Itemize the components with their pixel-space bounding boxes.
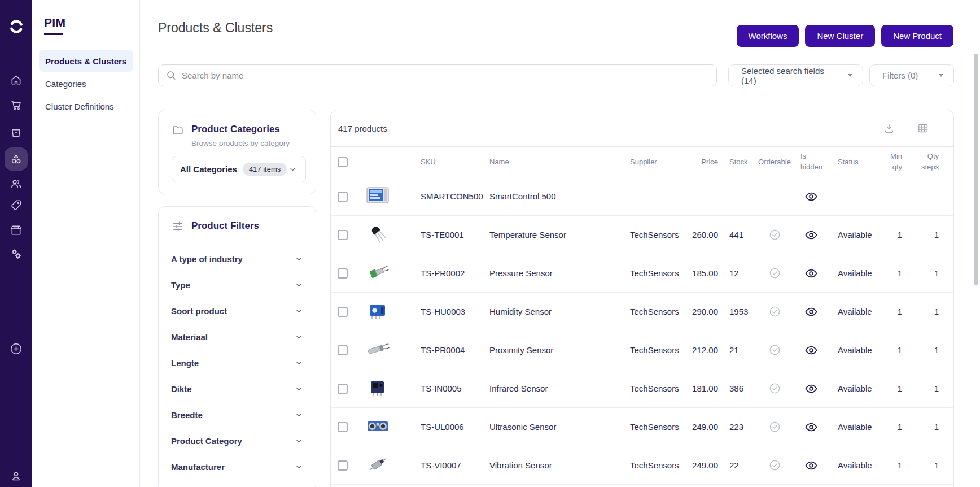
grid-view-icon[interactable] [917,122,929,134]
row-checkbox[interactable] [338,384,348,394]
filter-item[interactable]: Lengte [159,350,316,376]
visibility-eye-icon[interactable] [804,382,818,395]
sku-cell[interactable]: TS-PR0004 [413,345,483,355]
tag-icon[interactable] [5,194,28,217]
sidebar-nav: Products & Clusters Categories Cluster D… [39,50,133,118]
visibility-eye-icon[interactable] [804,267,818,280]
clusters-icon[interactable] [5,147,28,171]
col-is-hidden[interactable]: Ishidden [791,151,831,173]
sidebar-item-categories[interactable]: Categories [39,72,133,95]
sku-cell[interactable]: SMARTCON500 [413,192,483,201]
users-icon[interactable] [5,172,28,195]
table-row[interactable]: TS-PR0004 Proximity Sensor TechSensors 2… [331,331,953,369]
sku-cell[interactable]: TS-TE0001 [413,230,483,240]
sidebar-item-cluster-definitions[interactable]: Cluster Definitions [39,95,133,118]
filter-item[interactable]: Type [159,272,316,298]
table-row[interactable]: TS-VI0007 Vibration Sensor TechSensors 2… [331,446,953,485]
table-row[interactable]: TS-TE0001 Temperature Sensor TechSensors… [331,216,953,254]
new-cluster-button[interactable]: New Cluster [805,25,875,47]
status-cell: Available [831,268,887,278]
col-status[interactable]: Status [831,158,887,166]
name-cell[interactable]: Infrared Sensor [483,384,619,393]
filter-item[interactable]: Product Category [159,428,316,454]
product-thumbnail [365,184,391,207]
home-icon[interactable] [5,68,28,92]
row-checkbox[interactable] [338,307,348,317]
name-cell[interactable]: SmartControl 500 [483,192,619,201]
sku-cell[interactable]: TS-HU0003 [413,307,483,316]
settings-gears-icon[interactable] [5,242,28,266]
row-checkbox[interactable] [338,345,348,355]
filter-item[interactable]: Soort product [159,298,316,324]
name-cell[interactable]: Proximity Sensor [483,345,619,355]
visibility-eye-icon[interactable] [804,459,818,472]
basket-icon[interactable] [5,121,28,144]
table-row[interactable]: TS-HU0003 Humidity Sensor TechSensors 29… [331,293,953,331]
row-checkbox[interactable] [338,268,348,279]
selected-search-fields-dropdown[interactable]: Selected search fields (14) [728,64,863,86]
visibility-eye-icon[interactable] [804,190,818,203]
search-input[interactable] [158,64,717,86]
col-qty-steps[interactable]: Qtysteps [918,151,954,173]
table-row[interactable]: TS-IN0005 Infrared Sensor TechSensors 18… [331,369,953,408]
name-cell[interactable]: Humidity Sensor [483,307,619,316]
caret-down-icon [939,74,943,77]
table-header-row: SKU Name Supplier Price Stock Orderable … [331,147,953,177]
col-stock[interactable]: Stock [718,158,758,166]
col-min-qty[interactable]: Minqty [887,151,918,173]
qty-steps-cell: 1 [918,268,954,278]
add-circle-icon[interactable] [5,337,28,360]
workflows-button[interactable]: Workflows [737,25,799,47]
filter-item[interactable]: Materiaal [159,324,316,350]
filter-item[interactable]: A type of industry [159,246,316,272]
row-checkbox[interactable] [338,460,348,471]
min-qty-cell: 1 [887,345,918,355]
row-checkbox[interactable] [338,192,348,202]
all-categories-selector[interactable]: All Categories 417 items [172,156,306,182]
cart-icon[interactable] [5,93,28,116]
col-orderable[interactable]: Orderable [758,158,791,166]
app-logo-icon[interactable] [5,15,28,38]
col-price[interactable]: Price [684,158,718,166]
table-row[interactable]: SMARTCON500 SmartControl 500 [331,177,953,216]
download-icon[interactable] [883,122,895,134]
name-cell[interactable]: Ultrasonic Sensor [483,422,619,432]
name-cell[interactable]: Pressure Sensor [483,268,619,278]
filter-item[interactable]: Manufacturer [159,454,316,480]
name-cell[interactable]: Temperature Sensor [483,230,619,240]
visibility-eye-icon[interactable] [804,420,818,434]
col-supplier[interactable]: Supplier [619,158,684,166]
caret-down-icon [848,74,852,77]
supplier-cell: TechSensors [619,345,684,355]
store-icon[interactable] [5,219,28,242]
sku-cell[interactable]: TS-VI0007 [413,460,483,470]
name-cell[interactable]: Vibration Sensor [483,460,619,470]
new-product-button[interactable]: New Product [881,25,953,47]
visibility-eye-icon[interactable] [804,305,818,319]
col-name[interactable]: Name [483,158,619,166]
product-categories-panel: Product Categories Browse products by ca… [158,110,316,194]
select-all-checkbox[interactable] [338,157,348,167]
sidebar-item-products-clusters[interactable]: Products & Clusters [39,50,133,72]
row-checkbox[interactable] [338,230,348,240]
filter-item[interactable]: Dikte [159,376,316,402]
visibility-eye-icon[interactable] [804,343,818,357]
account-icon[interactable] [5,464,28,487]
page-scrollbar[interactable] [974,54,978,285]
row-checkbox[interactable] [338,422,348,432]
col-sku[interactable]: SKU [413,158,483,166]
visibility-eye-icon[interactable] [804,228,818,242]
stock-cell: 12 [718,268,758,278]
sku-cell[interactable]: TS-IN0005 [413,384,483,393]
status-cell: Available [831,345,887,355]
table-row[interactable]: TS-UL0006 Ultrasonic Sensor TechSensors … [331,408,953,446]
status-cell: Available [831,460,887,470]
price-cell: 185.00 [684,268,718,278]
sku-cell[interactable]: TS-PR0002 [413,268,483,278]
sku-cell[interactable]: TS-UL0006 [413,422,483,432]
filters-dropdown[interactable]: Filters (0) [869,64,954,86]
table-row[interactable]: TS-PR0002 Pressure Sensor TechSensors 18… [331,254,953,293]
orderable-check-icon [768,382,781,395]
filter-item[interactable]: Breedte [159,402,316,428]
status-cell: Available [831,422,887,432]
